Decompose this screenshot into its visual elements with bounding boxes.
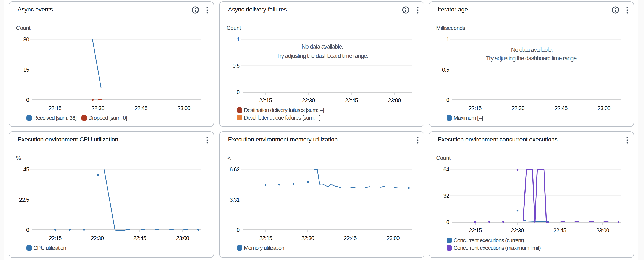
svg-text:23:00: 23:00	[176, 235, 189, 241]
svg-text:No data available.: No data available.	[302, 43, 343, 50]
svg-text:22:15: 22:15	[48, 105, 62, 111]
svg-text:32: 32	[443, 192, 449, 199]
svg-text:22:30: 22:30	[511, 227, 524, 233]
svg-text:CPU utilization: CPU utilization	[33, 245, 66, 251]
svg-text:Iterator age: Iterator age	[438, 6, 468, 13]
svg-text:23:00: 23:00	[596, 227, 609, 233]
svg-text:64: 64	[443, 166, 449, 173]
svg-text:Count: Count	[436, 155, 451, 161]
svg-text:Try adjusting the dashboard ti: Try adjusting the dashboard time range.	[486, 55, 578, 62]
svg-text:1: 1	[237, 36, 240, 43]
svg-text:30: 30	[23, 36, 29, 43]
svg-text:22:30: 22:30	[512, 105, 524, 111]
svg-text:22:45: 22:45	[554, 105, 568, 111]
svg-text:15: 15	[23, 67, 29, 73]
svg-text:1: 1	[446, 36, 449, 43]
svg-text:22:15: 22:15	[469, 227, 482, 233]
svg-text:%: %	[16, 155, 21, 161]
svg-text:Execution environment concurre: Execution environment concurrent executi…	[438, 136, 558, 143]
svg-text:22:30: 22:30	[302, 97, 315, 104]
svg-text:22:45: 22:45	[344, 235, 357, 241]
svg-text:22:30: 22:30	[301, 235, 314, 241]
svg-text:22:45: 22:45	[133, 235, 146, 241]
svg-text:22:45: 22:45	[134, 105, 148, 111]
svg-text:Destination delivery failures: Destination delivery failures [sum: --]	[244, 107, 324, 113]
svg-text:22:15: 22:15	[259, 97, 272, 104]
svg-text:Memory utilization: Memory utilization	[244, 245, 284, 251]
svg-text:0: 0	[26, 97, 29, 103]
svg-text:Try adjusting the dashboard ti: Try adjusting the dashboard time range.	[276, 53, 368, 59]
svg-text:Execution environment memory u: Execution environment memory utilization	[228, 136, 338, 143]
svg-text:Milliseconds: Milliseconds	[436, 25, 465, 31]
svg-text:22:45: 22:45	[553, 227, 566, 233]
svg-text:22:15: 22:15	[259, 235, 272, 241]
svg-text:Maximum [--]: Maximum [--]	[454, 115, 483, 121]
svg-text:%: %	[226, 155, 232, 161]
svg-text:0: 0	[446, 219, 449, 225]
svg-text:22:30: 22:30	[92, 105, 104, 111]
svg-text:6.62: 6.62	[230, 166, 240, 173]
svg-text:Count: Count	[16, 25, 31, 31]
svg-text:Dropped [sum: 0]: Dropped [sum: 0]	[88, 115, 127, 121]
svg-text:22.5: 22.5	[19, 196, 29, 203]
svg-text:Count: Count	[226, 25, 241, 31]
svg-text:22:15: 22:15	[468, 105, 482, 111]
svg-text:Received [sum: 36]: Received [sum: 36]	[33, 115, 76, 121]
svg-text:3.31: 3.31	[230, 196, 240, 203]
svg-text:23:00: 23:00	[598, 105, 610, 111]
svg-text:Execution environment CPU util: Execution environment CPU utilization	[18, 136, 118, 143]
svg-text:No data available.: No data available.	[511, 46, 552, 53]
svg-text:22:45: 22:45	[345, 97, 358, 104]
svg-text:Concurrent executions (maximum: Concurrent executions (maximum limit)	[454, 245, 541, 251]
svg-text:0: 0	[237, 89, 240, 95]
svg-text:0: 0	[446, 97, 449, 103]
svg-text:Async events: Async events	[18, 6, 53, 13]
svg-text:Dead letter queue failures [su: Dead letter queue failures [sum: --]	[244, 114, 320, 121]
svg-text:Concurrent executions (current: Concurrent executions (current)	[454, 237, 524, 243]
svg-text:23:00: 23:00	[388, 97, 401, 104]
svg-text:Async delivery failures: Async delivery failures	[228, 6, 287, 13]
svg-text:22:15: 22:15	[49, 235, 62, 241]
svg-text:0.5: 0.5	[232, 62, 240, 69]
svg-text:45: 45	[23, 166, 29, 173]
svg-text:0: 0	[237, 227, 240, 233]
svg-text:0: 0	[26, 227, 29, 233]
svg-text:23:00: 23:00	[177, 105, 190, 111]
svg-text:22:30: 22:30	[91, 235, 104, 241]
svg-text:0.5: 0.5	[442, 67, 449, 73]
svg-text:23:00: 23:00	[386, 235, 400, 241]
